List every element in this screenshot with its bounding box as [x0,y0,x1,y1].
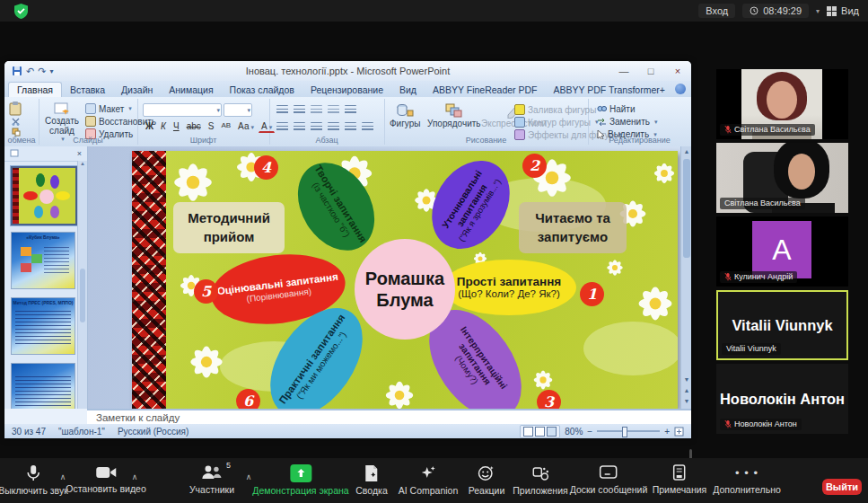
zoom-slider[interactable] [597,430,660,432]
participant-tile-svitlana-2[interactable]: Світлана Васильєва [716,143,848,213]
language-indicator[interactable]: Русский (Россия) [118,427,189,437]
timer-dropdown-chevron[interactable]: ▾ [816,7,820,15]
tab-view[interactable]: Вид [391,83,425,97]
italic-button[interactable]: К [158,120,169,133]
align-right-icon[interactable] [311,122,322,131]
line-spacing-icon[interactable] [345,105,356,114]
tab-insert[interactable]: Вставка [62,83,113,97]
slide-scrollbar[interactable]: ▲ ▼ ▲ ▼ [680,146,691,409]
undo-button[interactable]: ↶ [26,66,34,77]
number-badge-2[interactable]: 2 [522,154,547,178]
participant-tile-novolokin[interactable]: Новолокін Антон Новолокін Антон [716,364,848,434]
summary-button[interactable]: Сводка [355,464,387,496]
tab-slideshow[interactable]: Показ слайдов [222,83,302,97]
align-left-icon[interactable] [276,122,288,131]
notes-pane[interactable]: Заметки к слайду [87,409,691,424]
zoom-out-button[interactable]: − [587,427,592,437]
previous-slide-icon[interactable]: ▲ [681,385,691,396]
more-button[interactable]: • • • Дополнительно [713,464,781,495]
window-titlebar[interactable]: ↶ ↷ ▾ Іновац. технології.pptx - Microsof… [4,61,691,82]
thumbnails-scroll-thumb[interactable] [80,269,85,322]
slideshow-icon[interactable] [547,427,557,437]
shapes-button[interactable]: Фигуры [390,103,420,128]
number-badge-1[interactable]: 1 [580,282,604,306]
character-spacing-button[interactable]: АВ [218,120,233,133]
scroll-thumb[interactable] [683,159,690,258]
apps-button[interactable]: Приложения [513,464,567,496]
tab-review[interactable]: Рецензирование [302,83,391,97]
close-button[interactable]: × [664,63,691,79]
font-size-combo[interactable] [224,103,252,117]
petal-simple[interactable]: Прості запитання (Що? Коли? Де? Як?) [442,260,576,315]
number-badge-3[interactable]: 3 [537,390,561,409]
notes-button[interactable]: Примечания [653,464,707,495]
scroll-down-icon[interactable]: ▼ [681,375,691,385]
columns-icon[interactable] [345,122,356,131]
tab-animation[interactable]: Анимация [161,83,221,97]
thumbnails-scroll-up-icon[interactable]: ▲ [78,161,87,166]
thumbnails-scrollbar[interactable]: ▲ [77,161,87,409]
embroidery-border[interactable] [132,151,166,409]
participant-tile-svitlana-1[interactable]: Світлана Васильєва [716,69,848,139]
number-badge-4[interactable]: 4 [254,155,278,180]
video-options-chevron[interactable]: ∧ [132,472,138,481]
maximize-button[interactable]: □ [637,63,664,79]
underline-button[interactable]: Ч [171,120,182,133]
tab-home[interactable]: Главная [8,82,62,97]
tab-design[interactable]: Дизайн [113,83,161,97]
login-button[interactable]: Вход [698,4,735,18]
participants-button[interactable]: 5 Участники [189,464,234,495]
method-label[interactable]: Методичний прийом [173,202,285,253]
shape-outline-button[interactable]: Контур фигуры [514,117,598,128]
redo-button[interactable]: ↷ [38,66,46,77]
text-direction-icon[interactable] [362,122,373,131]
numbering-icon[interactable] [294,105,305,114]
participant-tile-vitalii-active-speaker[interactable]: Vitalii Viunnyk Vitalii Viunnyk [716,290,848,360]
ribbon-help-icon[interactable] [675,84,686,94]
next-slide-icon[interactable]: ▼ [681,396,691,407]
mute-button[interactable]: Выключить звук [0,464,68,496]
font-name-combo[interactable] [143,103,222,117]
zoom-in-button[interactable]: + [664,427,670,437]
number-badge-5[interactable]: 5 [194,279,218,304]
leave-button[interactable]: Выйти [822,479,862,495]
read-ask-label[interactable]: Читаємо та запитуємо [519,202,627,253]
tab-abbyy-finereader[interactable]: ABBYY FineReader PDF [425,83,546,97]
slide-thumbnail-2[interactable]: «Кубик Блума» [11,232,75,289]
minimize-button[interactable]: — [610,63,637,79]
meeting-security-shield-icon[interactable] [14,4,28,19]
scroll-up-icon[interactable]: ▲ [681,146,691,157]
share-screen-button[interactable]: Демонстрация экрана [252,464,348,496]
bold-button[interactable]: Ж [143,120,156,133]
cut-icon[interactable] [12,118,20,126]
ai-companion-button[interactable]: AI Companion [399,464,459,496]
participants-options-chevron[interactable]: ∧ [246,472,252,481]
bloom-daisy-center[interactable]: Ромашка Блума [355,239,455,340]
thumbnails-close-icon[interactable]: × [77,149,82,158]
justify-icon[interactable] [328,122,339,131]
save-icon[interactable] [12,66,22,76]
fit-to-window-icon[interactable] [674,427,684,437]
slide-thumbnail-3[interactable]: Метод ПРЕС (PRES, МППО) [11,297,75,355]
number-badge-6[interactable]: 6 [236,389,260,409]
indent-increase-icon[interactable] [328,105,339,114]
view-button[interactable]: Вид [827,5,859,16]
normal-view-icon[interactable] [523,427,533,437]
reactions-button[interactable]: Реакции [469,464,505,496]
arrange-button[interactable]: Упорядочить [427,103,481,128]
slide-thumbnail-4[interactable] [11,363,75,409]
paste-icon[interactable] [9,101,22,116]
qat-customize-chevron[interactable]: ▾ [49,67,53,75]
text-shadow-button[interactable]: S [206,120,217,133]
find-button[interactable]: Найти [597,104,636,114]
slide-thumbnail-1[interactable] [11,166,77,225]
slides-tab-icon[interactable] [10,149,19,158]
whiteboards-button[interactable]: Доски сообщений [570,464,648,495]
replace-button[interactable]: Заменить [597,117,657,127]
slide-canvas[interactable]: Методичний прийом Читаємо та запитуємо Т… [132,151,678,409]
tab-abbyy-transformer[interactable]: ABBYY PDF Transformer+ [546,83,673,97]
align-center-icon[interactable] [294,122,305,131]
participant-tile-kulynych[interactable]: A Кулинич Андрій [716,216,848,287]
layout-button[interactable]: Макет [85,103,132,114]
bullets-icon[interactable] [276,105,288,114]
